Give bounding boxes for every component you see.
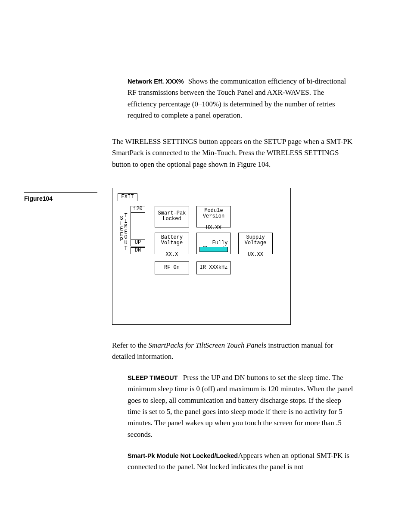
up-button[interactable]: UP — [131, 240, 145, 246]
charge-status: Fully Charged — [196, 233, 231, 254]
refer-pre: Refer to the — [112, 341, 149, 349]
sleep-label-col2: T I M E O U T — [122, 213, 130, 251]
smartpk-heading: Smart-Pk Module Not Locked/Locked — [128, 452, 238, 459]
smartpak-status: Smart-Pak Locked — [155, 206, 189, 227]
wireless-settings-paragraph: The WIRELESS SETTINGS button appears on … — [112, 136, 353, 170]
ir-status: IR XXXkHz — [196, 261, 231, 274]
sleep-timeout-heading: SLEEP TIMEOUT — [128, 374, 178, 381]
figure-label: Figure104 — [24, 192, 97, 204]
module-version: Module Version UX.XX — [196, 206, 231, 227]
exit-button[interactable]: EXIT — [118, 193, 137, 201]
network-eff-paragraph: Network Eff. XXX% Shows the communicatio… — [128, 76, 353, 121]
sleep-value-frame — [131, 213, 145, 240]
battery-voltage: Battery Voltage XX.X — [155, 233, 189, 254]
sleep-value-display: 120 — [131, 206, 145, 213]
refer-paragraph: Refer to the SmartPacks for TiltScreen T… — [112, 340, 353, 363]
sleep-timeout-paragraph: SLEEP TIMEOUT Press the UP and DN button… — [128, 372, 353, 440]
wireless-settings-text: The WIRELESS SETTINGS button appears on … — [112, 137, 352, 168]
figure-104: EXIT S L E E P T I M E O U T 120 UP DN S… — [112, 188, 291, 325]
charge-bar — [199, 247, 228, 252]
sleep-timeout-body: Press the UP and DN buttons to set the s… — [128, 373, 353, 439]
dn-button[interactable]: DN — [131, 247, 145, 254]
supply-voltage: Supply Voltage UX.XX — [238, 233, 273, 254]
smartpk-paragraph: Smart-Pk Module Not Locked/LockedAppears… — [128, 450, 353, 473]
refer-em: SmartPacks for TiltScreen Touch Panels — [149, 341, 267, 349]
rf-status: RF On — [155, 261, 189, 274]
network-eff-heading: Network Eff. XXX% — [128, 78, 184, 85]
